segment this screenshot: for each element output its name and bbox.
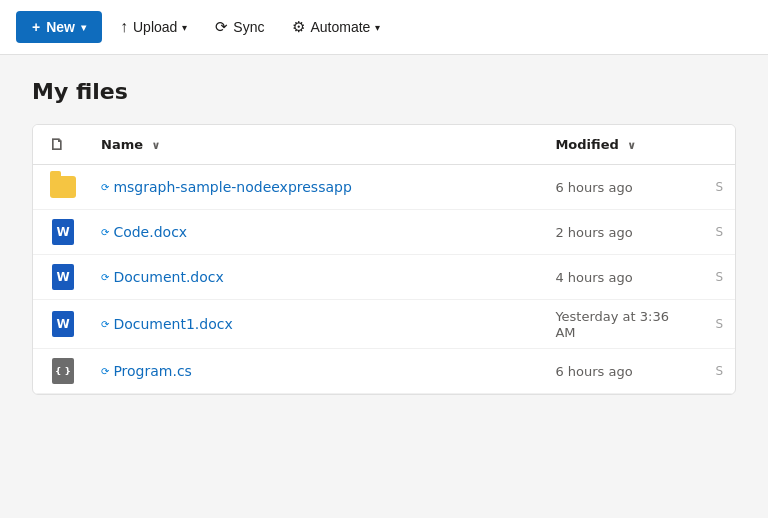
col-modified-header[interactable]: Modified ∨ [543,125,703,165]
table-row[interactable]: ⟳ Code.docx2 hours agoS [33,210,735,255]
table-row[interactable]: ⟳ msgraph-sample-nodeexpressapp6 hours a… [33,165,735,210]
file-table: 🗋 Name ∨ Modified ∨ ⟳ msgraph-sample-nod… [33,125,735,394]
sync-button[interactable]: ⟳ Sync [205,10,274,44]
sync-icon: ⟳ [215,18,228,36]
automate-label: Automate [310,19,370,35]
file-extra-cell: S [703,255,735,300]
file-modified-text: 6 hours ago [555,364,632,379]
file-modified-text: Yesterday at 3:36 AM [555,309,669,340]
toolbar: + New ▾ Upload ▾ ⟳ Sync ⚙ Automate ▾ [0,0,768,55]
file-name: ⟳ msgraph-sample-nodeexpressapp [101,179,531,195]
word-icon [52,311,74,337]
file-modified-text: 6 hours ago [555,180,632,195]
sync-status-icon: ⟳ [101,227,109,238]
file-modified-cell: 2 hours ago [543,210,703,255]
col-icon-header: 🗋 [33,125,89,165]
file-icon-cell [33,300,89,349]
file-modified-text: 4 hours ago [555,270,632,285]
file-modified-cell: Yesterday at 3:36 AM [543,300,703,349]
table-row[interactable]: ⟳ Document.docx4 hours agoS [33,255,735,300]
page-title: My files [32,79,736,104]
word-icon [52,264,74,290]
sync-label: Sync [233,19,264,35]
file-modified-cell: 6 hours ago [543,165,703,210]
upload-chevron-icon: ▾ [182,22,187,33]
name-sort-icon: ∨ [152,139,161,152]
table-header-row: 🗋 Name ∨ Modified ∨ [33,125,735,165]
upload-icon [120,18,128,36]
file-extra-cell: S [703,165,735,210]
file-name-cell[interactable]: ⟳ Document1.docx [89,300,543,349]
file-extra-cell: S [703,210,735,255]
sync-status-icon: ⟳ [101,319,109,330]
col-name-header[interactable]: Name ∨ [89,125,543,165]
file-extra-cell: S [703,300,735,349]
new-chevron-icon: ▾ [81,22,86,33]
sync-status-icon: ⟳ [101,366,109,377]
folder-icon [50,176,76,198]
file-name: ⟳ Document1.docx [101,316,531,332]
plus-icon: + [32,19,40,35]
file-type-icon: 🗋 [49,135,65,154]
file-name-cell[interactable]: ⟳ Program.cs [89,349,543,394]
file-icon-cell [33,165,89,210]
file-name: ⟳ Document.docx [101,269,531,285]
file-name-cell[interactable]: ⟳ msgraph-sample-nodeexpressapp [89,165,543,210]
upload-button[interactable]: Upload ▾ [110,10,197,44]
file-extra-cell: S [703,349,735,394]
file-modified-cell: 6 hours ago [543,349,703,394]
new-label: New [46,19,75,35]
file-name: ⟳ Code.docx [101,224,531,240]
file-icon-cell [33,255,89,300]
new-button[interactable]: + New ▾ [16,11,102,43]
automate-button[interactable]: ⚙ Automate ▾ [282,10,390,44]
automate-icon: ⚙ [292,18,305,36]
automate-chevron-icon: ▾ [375,22,380,33]
table-row[interactable]: ⟳ Document1.docxYesterday at 3:36 AMS [33,300,735,349]
sync-status-icon: ⟳ [101,272,109,283]
file-modified-cell: 4 hours ago [543,255,703,300]
col-extra-header [703,125,735,165]
file-icon-cell [33,210,89,255]
file-name-cell[interactable]: ⟳ Document.docx [89,255,543,300]
file-table-wrapper: 🗋 Name ∨ Modified ∨ ⟳ msgraph-sample-nod… [32,124,736,395]
modified-sort-icon: ∨ [627,139,636,152]
cs-icon: { } [52,358,74,384]
sync-status-icon: ⟳ [101,182,109,193]
file-icon-cell: { } [33,349,89,394]
table-row[interactable]: { }⟳ Program.cs6 hours agoS [33,349,735,394]
file-modified-text: 2 hours ago [555,225,632,240]
word-icon [52,219,74,245]
file-name-cell[interactable]: ⟳ Code.docx [89,210,543,255]
main-content: My files 🗋 Name ∨ Modified ∨ [0,55,768,419]
file-name: ⟳ Program.cs [101,363,531,379]
upload-label: Upload [133,19,177,35]
